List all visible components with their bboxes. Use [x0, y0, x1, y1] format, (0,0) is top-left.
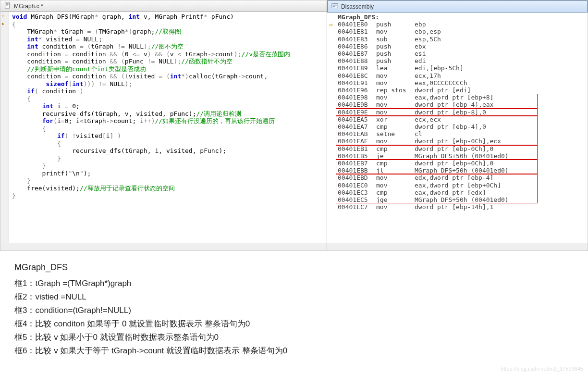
disasm-line[interactable]: 00401E81movebp,esp [329, 28, 586, 35]
code-line[interactable]: { [12, 95, 324, 103]
code-tab-header[interactable]: MGraph.c * [0, 0, 327, 12]
code-line[interactable]: printf("\n"); [12, 170, 324, 177]
gutter: ◦ ▸ [0, 12, 9, 243]
disasm-line[interactable]: 00401EC5jgeMGraph_DFS+50h (00401ed0) [329, 196, 586, 203]
disassembly-panel: Disassembly MGraph_DFS:⇨00401E80pushebp0… [327, 0, 588, 250]
code-panel: MGraph.c * ◦ ▸ void MGraph_DFS(MGraph* g… [0, 0, 327, 250]
disasm-tab-header[interactable]: Disassembly [327, 0, 588, 12]
disasm-line[interactable]: 00401E89leaedi,[ebp-5Ch] [329, 64, 586, 72]
breakpoint-marker[interactable]: ◦ [1, 13, 5, 20]
code-line[interactable]: int i = 0; [12, 102, 324, 110]
note-line: 框5：比较 v 如果小于0 就设置临时数据表示整条语句为0 [14, 331, 574, 344]
code-line[interactable]: condition = condition && ((visited = (in… [12, 73, 324, 80]
source-code[interactable]: void MGraph_DFS(MGraph* graph, int v, MG… [9, 12, 327, 243]
file-icon [4, 2, 11, 10]
disassembly-body[interactable]: MGraph_DFS:⇨00401E80pushebp00401E81moveb… [327, 12, 588, 243]
code-line[interactable]: free(visited);//释放用于记录查看行状态的空间 [12, 185, 324, 192]
disasm-line[interactable]: 00401EBDmovedx,dword ptr [ebp-4] [329, 174, 586, 181]
disasm-line[interactable]: 00401EBBjlMGraph_DFS+50h (00401ed0) [329, 167, 586, 174]
code-line[interactable]: int* visited = NULL; [12, 36, 324, 43]
note-line: 框3：condition=(tGraph!=NULL) [14, 304, 574, 317]
watermark: https://blog.csdn.net/m0_37599645 [501, 366, 583, 367]
disasm-line[interactable]: 00401EC7movdword ptr [ebp-14h],1 [329, 203, 586, 211]
code-line[interactable]: condition = condition && (pFunc != NULL)… [12, 58, 324, 65]
disasm-tab-title: Disassembly [341, 3, 374, 10]
code-line[interactable]: } [12, 162, 324, 170]
disasm-line[interactable]: 00401E96rep stosdword ptr [edi] [329, 87, 586, 94]
code-line[interactable]: int condition = (tGraph != NULL);//图不为空 [12, 43, 324, 50]
annotation-notes: MGraph_DFS 框1：tGraph =(TMGraph*)graph框2：… [0, 251, 588, 367]
disasm-h-scrollbar[interactable] [327, 243, 588, 250]
note-line: 框6：比较 v 如果大于等于 tGraph->count 就设置临时数据表示 整… [14, 344, 574, 358]
disasm-line[interactable]: 00401EB1cmpdword ptr [ebp-0Ch],0 [329, 145, 586, 152]
code-line[interactable]: sizeof(int))) != NULL); [12, 80, 324, 88]
disasm-line[interactable]: 00401EA5xorecx,ecx [329, 116, 586, 123]
disasm-line[interactable]: 00401E87pushesi [329, 50, 586, 57]
notes-title: MGraph_DFS [14, 261, 574, 274]
note-line: 框1：tGraph =(TMGraph*)graph [14, 277, 574, 290]
code-line[interactable]: recursive_dfs(tGraph, v, visited, pFunc)… [12, 110, 324, 118]
code-line[interactable]: TMGraph* tGraph = (TMGraph*)graph;//取得图 [12, 28, 324, 36]
disasm-line[interactable]: 00401E8Cmovecx,17h [329, 72, 586, 79]
current-line-marker[interactable]: ▸ [1, 20, 5, 27]
code-line[interactable]: condition = condition && (0 <= v) && (v … [12, 50, 324, 58]
code-h-scrollbar[interactable] [0, 243, 327, 250]
code-line[interactable]: for(i=0; i<tGraph->count; i++)//如果还有行没遍历… [12, 117, 324, 125]
disasm-line[interactable]: 00401E83subesp,5Ch [329, 36, 586, 43]
code-line[interactable]: if( condition ) [12, 87, 324, 95]
code-line[interactable]: { [12, 140, 324, 148]
disasm-line[interactable]: 00401EB7cmpdword ptr [ebp+0Ch],0 [329, 160, 586, 167]
code-line[interactable]: { [12, 125, 324, 133]
ide-container: MGraph.c * ◦ ▸ void MGraph_DFS(MGraph* g… [0, 0, 588, 251]
disasm-line[interactable]: 00401E91moveax,0CCCCCCCCh [329, 79, 586, 87]
disasm-icon [331, 2, 338, 11]
code-line[interactable]: } [12, 177, 324, 185]
code-line[interactable]: if( !visited[i] ) [12, 132, 324, 140]
disasm-line[interactable]: 00401EABsetnecl [329, 130, 586, 137]
code-line[interactable]: recursive_dfs(tGraph, i, visited, pFunc)… [12, 147, 324, 155]
code-line[interactable]: { [12, 21, 324, 28]
disasm-line[interactable]: 00401EA7cmpdword ptr [ebp-4],0 [329, 123, 586, 130]
disasm-line[interactable]: 00401E88pushedi [329, 57, 586, 64]
code-tab-title: MGraph.c * [14, 3, 43, 10]
disasm-line[interactable]: 00401E9Bmovdword ptr [ebp-4],eax [329, 101, 586, 108]
code-line[interactable]: } [12, 192, 324, 199]
disasm-line[interactable]: ⇨00401E80pushebp [329, 21, 586, 28]
code-line[interactable]: void MGraph_DFS(MGraph* graph, int v, MG… [12, 13, 324, 21]
disasm-label: MGraph_DFS: [329, 13, 586, 21]
code-body[interactable]: ◦ ▸ void MGraph_DFS(MGraph* graph, int v… [0, 12, 327, 243]
code-line[interactable]: } [12, 155, 324, 162]
disasm-line[interactable]: 00401EAEmovdword ptr [ebp-0Ch],ecx [329, 137, 586, 145]
disasm-line[interactable]: 00401E98moveax,dword ptr [ebp+8] [329, 94, 586, 101]
note-line: 框2：vistied =NULL [14, 290, 574, 304]
disasm-line[interactable]: 00401EB5jeMGraph_DFS+50h (00401ed0) [329, 152, 586, 160]
disasm-line[interactable]: 00401EC3cmpeax,dword ptr [edx] [329, 189, 586, 196]
code-line[interactable]: //判断新申请的count个int类型是否成功 [12, 65, 324, 73]
disasm-line[interactable]: 00401E86pushebx [329, 43, 586, 50]
note-line: 框4：比较 conditon 如果等于 0 就设置临时数据表示 整条语句为0 [14, 317, 574, 331]
disasm-line[interactable]: 00401E9Emovdword ptr [ebp-8],0 [329, 109, 586, 116]
disasm-line[interactable]: 00401EC0moveax,dword ptr [ebp+0Ch] [329, 182, 586, 189]
